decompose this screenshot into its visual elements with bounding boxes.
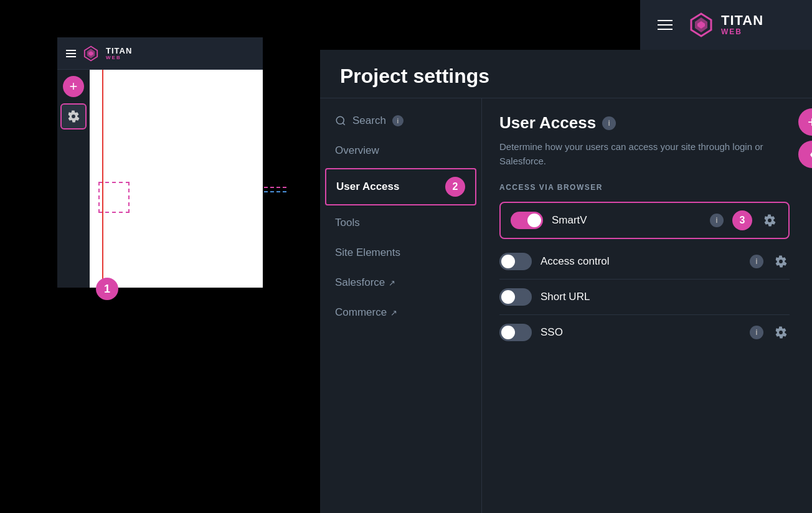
- mini-add-button[interactable]: +: [63, 76, 84, 97]
- smartv-label: SmartV: [552, 214, 701, 227]
- hamburger-button[interactable]: [655, 17, 675, 32]
- nav-item-commerce[interactable]: Commerce ↗: [320, 298, 481, 327]
- sso-toggle[interactable]: [499, 324, 532, 341]
- mini-titan-logo-icon: [82, 45, 100, 62]
- smartv-gear-icon: [763, 214, 776, 227]
- titan-sub: WEB: [721, 27, 763, 36]
- svg-point-6: [336, 116, 344, 124]
- settings-nav: Search i Overview User Access 2 Tools: [320, 98, 482, 513]
- nav-item-search[interactable]: Search i: [320, 106, 481, 136]
- mini-titan-sub: WEB: [106, 55, 132, 60]
- access-control-info-icon[interactable]: i: [750, 255, 763, 268]
- user-access-description: Determine how your users can access your…: [499, 140, 790, 168]
- titan-logo-icon: [687, 11, 715, 39]
- search-label: Search: [352, 115, 386, 127]
- access-control-toggle[interactable]: [499, 253, 532, 270]
- salesforce-external-icon: ↗: [389, 278, 395, 288]
- badge-1: 1: [96, 278, 118, 300]
- mini-titan-name: TITAN: [106, 47, 132, 55]
- float-plus-button[interactable]: +: [798, 108, 812, 136]
- nav-item-salesforce[interactable]: Salesforce ↗: [320, 268, 481, 298]
- chevron-left-icon: ‹: [810, 146, 812, 162]
- mini-hamburger-icon: [66, 50, 76, 57]
- mini-settings-button[interactable]: [60, 103, 87, 129]
- search-icon: [335, 115, 346, 126]
- mini-selection-box: [98, 182, 130, 213]
- sso-gear-button[interactable]: [772, 324, 790, 341]
- smartv-info-icon[interactable]: i: [710, 214, 724, 227]
- access-control-gear-icon: [775, 255, 787, 268]
- access-via-browser-label: ACCESS VIA BROWSER: [499, 183, 790, 192]
- page-title: Project settings: [340, 65, 792, 88]
- smartv-toggle[interactable]: [511, 212, 543, 229]
- nav-item-site-elements[interactable]: Site Elements: [320, 238, 481, 268]
- user-access-title: User Access: [499, 113, 596, 133]
- smartv-gear-button[interactable]: [761, 212, 778, 229]
- mini-red-line: [102, 70, 103, 288]
- toggle-row-smartv: SmartV i 3: [499, 202, 790, 239]
- toggle-row-short-url: Short URL: [499, 280, 790, 315]
- logo: TITAN WEB: [687, 11, 812, 39]
- sso-label: SSO: [541, 326, 741, 339]
- access-control-label: Access control: [541, 255, 741, 268]
- toggle-row-sso: SSO i: [499, 315, 790, 350]
- nav-item-tools[interactable]: Tools: [320, 208, 481, 238]
- short-url-label: Short URL: [541, 291, 790, 303]
- mini-window-preview: TITAN WEB +: [57, 37, 263, 288]
- badge-2: 2: [445, 177, 465, 197]
- collapse-panel-button[interactable]: ‹: [798, 141, 812, 168]
- user-access-info-icon[interactable]: i: [602, 116, 616, 130]
- search-info-icon: i: [392, 115, 404, 126]
- badge-3: 3: [732, 210, 752, 230]
- sso-info-icon[interactable]: i: [750, 326, 763, 339]
- commerce-external-icon: ↗: [390, 308, 397, 318]
- titan-brand-text: TITAN WEB: [721, 14, 763, 36]
- short-url-toggle[interactable]: [499, 288, 532, 306]
- sso-gear-icon: [775, 326, 787, 339]
- mini-gear-icon: [67, 110, 80, 123]
- page-header: Project settings: [320, 50, 812, 98]
- settings-content: User Access i Determine how your users c…: [482, 98, 807, 513]
- titan-name: TITAN: [721, 14, 763, 27]
- nav-item-overview[interactable]: Overview: [320, 136, 481, 166]
- access-control-gear-button[interactable]: [772, 253, 790, 270]
- toggle-row-access-control: Access control i: [499, 244, 790, 280]
- nav-item-user-access[interactable]: User Access 2: [325, 168, 476, 205]
- mini-dashed-lines: [264, 187, 289, 192]
